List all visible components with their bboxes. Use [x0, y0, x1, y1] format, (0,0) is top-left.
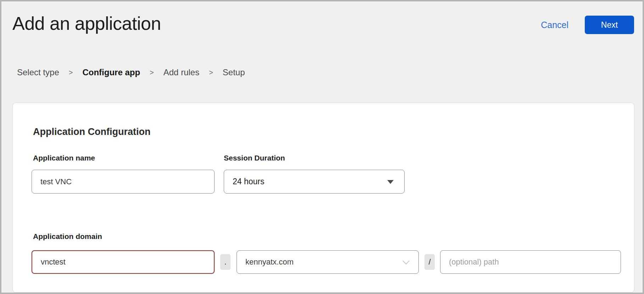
session-duration-select[interactable]: 24 hours [224, 170, 405, 194]
session-duration-value: 24 hours [233, 177, 265, 186]
application-domain-label: Application domain [33, 232, 102, 241]
session-duration-label: Session Duration [224, 154, 285, 162]
next-button[interactable]: Next [585, 16, 634, 34]
page-title: Add an application [12, 13, 161, 34]
subdomain-input[interactable] [32, 250, 215, 274]
breadcrumb-separator: > [150, 69, 154, 77]
application-name-label: Application name [33, 154, 95, 162]
domain-select[interactable]: kennyatx.com [237, 250, 419, 274]
section-title: Application Configuration [33, 126, 150, 137]
domain-select-value: kennyatx.com [245, 257, 294, 267]
slash-separator: / [424, 254, 435, 270]
dot-separator: . [220, 254, 231, 270]
breadcrumb-separator: > [69, 69, 73, 77]
caret-down-icon [387, 180, 394, 184]
add-application-page: Add an application Cancel Next Select ty… [0, 0, 644, 294]
header-actions: Cancel Next [541, 16, 638, 34]
application-configuration-card: Application Configuration Application na… [12, 103, 634, 293]
breadcrumb-separator: > [209, 69, 213, 77]
cancel-button[interactable]: Cancel [541, 20, 568, 30]
step-add-rules: Add rules [163, 67, 199, 77]
breadcrumb: Select type > Configure app > Add rules … [17, 67, 245, 77]
application-name-input[interactable] [32, 170, 215, 194]
path-input[interactable] [440, 250, 621, 274]
step-select-type: Select type [17, 67, 59, 77]
step-configure-app: Configure app [82, 67, 140, 77]
chevron-down-icon [402, 257, 410, 265]
step-setup: Setup [223, 67, 245, 77]
